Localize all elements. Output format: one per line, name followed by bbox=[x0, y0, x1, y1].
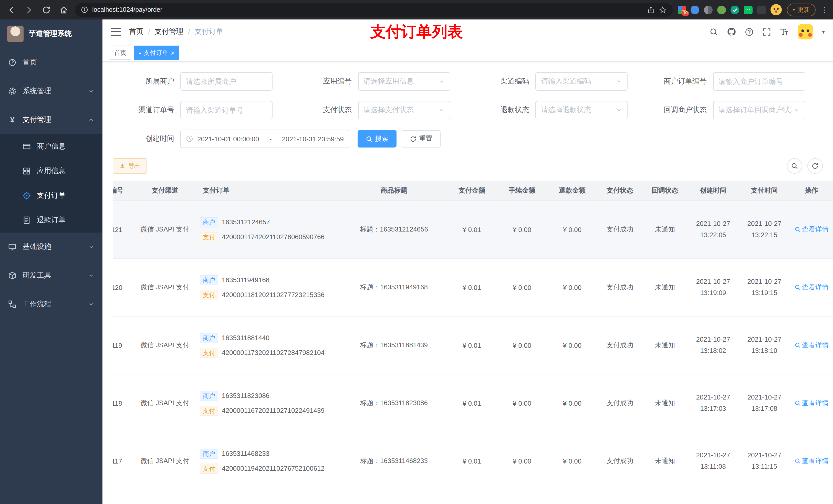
channel-order-no-input[interactable] bbox=[186, 106, 267, 114]
url-text[interactable]: localhost:1024/pay/order bbox=[92, 6, 162, 13]
sidebar-item-label: 支付管理 bbox=[23, 115, 51, 124]
pay-order-no: 4200001194202110276752100612 bbox=[222, 464, 325, 472]
search-icon[interactable] bbox=[710, 27, 718, 36]
extension-contrast-icon[interactable] bbox=[704, 5, 713, 14]
filter-date-row: 创建时间 2021-10-01 00:00:00 - 2021-10-31 23… bbox=[113, 129, 823, 148]
extension-grid-icon[interactable]: 10 bbox=[678, 6, 686, 14]
app: 芋道管理系统 首页 系统管理 ¥ 支付管理 bbox=[0, 20, 833, 504]
sidebar-item-payment[interactable]: ¥ 支付管理 bbox=[0, 105, 102, 134]
date-end[interactable]: 2021-10-31 23:59:59 bbox=[282, 135, 344, 143]
filter-label: 渠道编码 bbox=[468, 77, 536, 86]
chevron-down-icon bbox=[616, 107, 622, 113]
hamburger-icon[interactable] bbox=[111, 28, 121, 36]
view-detail-link[interactable]: 查看详情 bbox=[794, 341, 829, 350]
sidebar-item-label: 支付订单 bbox=[37, 191, 66, 200]
cell-amount: ¥ 0.01 bbox=[447, 316, 497, 374]
screen: localhost:1024/pay/order 10 bbox=[0, 0, 833, 504]
toggle-search-button[interactable] bbox=[787, 158, 802, 174]
cell-refund: ¥ 0.00 bbox=[547, 374, 597, 432]
filter-channel-code: 渠道编码 请输入渠道编码 bbox=[468, 72, 645, 91]
extension-puzzle-icon[interactable] bbox=[757, 5, 766, 14]
reload-icon[interactable] bbox=[40, 4, 52, 16]
sidebar-item-home[interactable]: 首页 bbox=[0, 48, 102, 77]
merchant-order-no: 1635311949168 bbox=[222, 276, 269, 284]
merchant-select[interactable] bbox=[180, 72, 272, 91]
merchant-order-no-field[interactable] bbox=[713, 72, 805, 91]
col-amount: 支付金额 bbox=[447, 181, 497, 200]
cell-created: 2021-10-27 13:17:03 bbox=[688, 374, 739, 432]
export-button[interactable]: 导出 bbox=[113, 158, 147, 174]
notify-status-select[interactable]: 请选择订单回调商户状态 bbox=[713, 101, 805, 119]
fullscreen-icon[interactable] bbox=[763, 27, 771, 36]
date-start[interactable]: 2021-10-01 00:00:00 bbox=[197, 135, 259, 143]
site-info-icon[interactable] bbox=[81, 6, 88, 13]
pay-chip: 支付 bbox=[200, 463, 218, 474]
sidebar-item-system[interactable]: 系统管理 bbox=[0, 77, 102, 105]
chrome-update-button[interactable]: ● 更新 bbox=[787, 3, 815, 16]
extension-drop-icon[interactable] bbox=[691, 5, 699, 14]
filter-label: 创建时间 bbox=[113, 134, 180, 143]
home-icon[interactable] bbox=[57, 4, 70, 16]
cell-fee bbox=[497, 490, 547, 504]
view-detail-link[interactable]: 查看详情 bbox=[794, 225, 829, 234]
sidebar-item-refund-order[interactable]: 退款订单 bbox=[0, 208, 102, 233]
user-avatar[interactable] bbox=[798, 24, 813, 40]
sidebar-item-app-info[interactable]: 应用信息 bbox=[0, 159, 102, 183]
cell-status: 支付成功 bbox=[597, 374, 642, 432]
share-icon[interactable] bbox=[647, 6, 655, 14]
extension-green-icon[interactable] bbox=[717, 5, 726, 14]
pay-status-select[interactable]: 请选择支付状态 bbox=[358, 101, 450, 119]
merchant-input[interactable] bbox=[186, 77, 267, 86]
cell-action: 查看详情 bbox=[790, 490, 833, 504]
logo[interactable]: 芋道管理系统 bbox=[0, 20, 102, 48]
font-size-icon[interactable] bbox=[780, 27, 789, 37]
cell-refund bbox=[547, 490, 597, 504]
channel-order-no-field[interactable] bbox=[180, 101, 272, 119]
extension-chat-icon[interactable] bbox=[744, 5, 753, 14]
reset-button[interactable]: 重置 bbox=[402, 130, 441, 147]
cell-id: 120 bbox=[113, 258, 133, 316]
view-detail-link[interactable]: 查看详情 bbox=[794, 456, 829, 465]
filter-label: 回调商户状态 bbox=[645, 105, 713, 115]
breadcrumb-home[interactable]: 首页 bbox=[129, 27, 143, 37]
refund-status-select[interactable]: 请选择退款状态 bbox=[536, 101, 627, 119]
bookmark-star-icon[interactable] bbox=[659, 6, 667, 14]
sidebar-item-workflow[interactable]: 工作流程 bbox=[0, 290, 102, 318]
extension-check-icon[interactable] bbox=[731, 5, 739, 14]
forward-icon[interactable] bbox=[23, 4, 35, 16]
help-icon[interactable] bbox=[745, 27, 754, 36]
profile-avatar[interactable] bbox=[770, 4, 782, 15]
search-button[interactable]: 搜索 bbox=[358, 130, 397, 147]
sidebar-item-label: 研发工具 bbox=[23, 271, 51, 280]
tab-pay-order[interactable]: ● 支付订单 × bbox=[134, 46, 179, 60]
filter-notify-status: 回调商户状态 请选择订单回调商户状态 bbox=[645, 101, 823, 119]
cell-title: 标题：1635311949168 bbox=[341, 258, 447, 316]
refresh-table-button[interactable] bbox=[807, 158, 823, 174]
sidebar-item-infra[interactable]: 基础设施 bbox=[0, 233, 102, 261]
tab-home[interactable]: 首页 bbox=[110, 46, 131, 60]
cell-title: 标题：1635312124656 bbox=[341, 200, 447, 258]
avatar-caret-icon[interactable]: ▾ bbox=[822, 28, 825, 35]
view-detail-link[interactable]: 查看详情 bbox=[794, 399, 829, 408]
sidebar-item-merchant-info[interactable]: 商户信息 bbox=[0, 134, 102, 159]
app-no-select[interactable]: 请选择应用信息 bbox=[358, 72, 450, 91]
merchant-order-no-input[interactable] bbox=[718, 77, 800, 86]
view-detail-link[interactable]: 查看详情 bbox=[794, 283, 829, 292]
chevron-down-icon bbox=[88, 272, 94, 279]
sidebar-item-dev-tools[interactable]: 研发工具 bbox=[0, 261, 102, 290]
chrome-menu-icon[interactable]: ⋮ bbox=[821, 6, 828, 14]
browser-chrome: localhost:1024/pay/order 10 bbox=[0, 0, 833, 20]
back-icon[interactable] bbox=[5, 4, 18, 16]
cell-order: 商户 1635311468233 支付 42000011942021102767… bbox=[197, 432, 341, 490]
address-bar[interactable]: localhost:1024/pay/order bbox=[75, 3, 673, 17]
cell-channel: 微信 JSAPI 支付 bbox=[133, 432, 197, 490]
table-row: 120 微信 JSAPI 支付 商户 1635311949168 支付 4200… bbox=[113, 258, 833, 316]
channel-code-select[interactable]: 请输入渠道编码 bbox=[536, 72, 627, 91]
date-range-picker[interactable]: 2021-10-01 00:00:00 - 2021-10-31 23:59:5… bbox=[180, 129, 349, 148]
breadcrumb-payment[interactable]: 支付管理 bbox=[155, 27, 184, 37]
sidebar-item-pay-order[interactable]: 支付订单 bbox=[0, 183, 102, 208]
tab-close-icon[interactable]: × bbox=[171, 49, 174, 56]
pay-order-no: 4200001181202110277723215336 bbox=[222, 291, 325, 298]
logo-avatar bbox=[7, 26, 24, 42]
github-icon[interactable] bbox=[727, 27, 736, 37]
